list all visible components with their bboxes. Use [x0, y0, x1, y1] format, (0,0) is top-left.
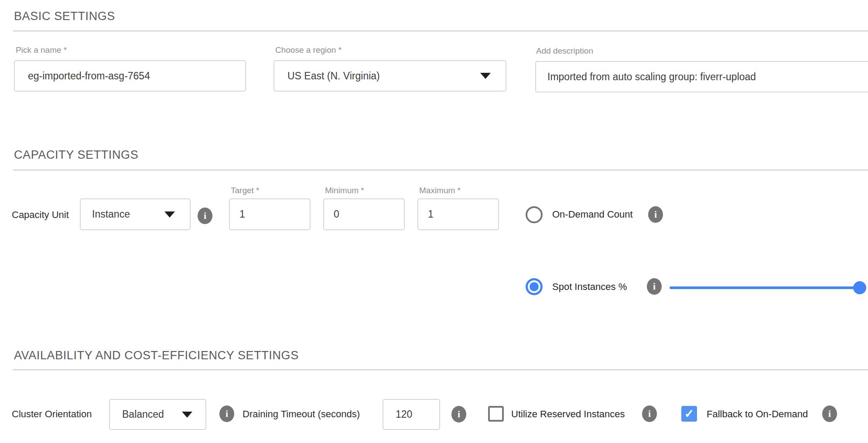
chevron-down-icon	[182, 412, 192, 418]
cluster-orientation-label: Cluster Orientation	[12, 409, 92, 420]
fallback-to-on-demand-checkbox[interactable]: ✓	[681, 406, 697, 422]
cluster-orientation-select-value: Balanced	[122, 409, 164, 420]
capacity-unit-select-value: Instance	[92, 208, 130, 220]
capacity-unit-select[interactable]: Instance	[80, 198, 191, 230]
basic-settings-divider	[13, 31, 868, 31]
pick-a-name-label: Pick a name *	[16, 45, 67, 55]
on-demand-count-label: On-Demand Count	[552, 209, 633, 220]
minimum-input[interactable]	[323, 198, 405, 230]
utilize-reserved-instances-info-icon[interactable]: i	[642, 406, 657, 422]
spot-instances-radio[interactable]	[526, 278, 543, 295]
draining-timeout-label: Draining Timeout (seconds)	[243, 409, 360, 420]
utilize-reserved-instances-checkbox[interactable]	[488, 406, 504, 422]
region-select[interactable]: US East (N. Virginia)	[273, 60, 506, 92]
capacity-settings-divider	[13, 170, 868, 170]
capacity-settings-title: CAPACITY SETTINGS	[14, 148, 138, 162]
target-label: Target *	[231, 186, 259, 195]
minimum-label: Minimum *	[325, 186, 364, 195]
basic-settings-title: BASIC SETTINGS	[14, 10, 115, 23]
fallback-to-on-demand-label: Fallback to On-Demand	[707, 409, 808, 420]
chevron-down-icon	[480, 73, 491, 79]
capacity-unit-label: Capacity Unit	[12, 209, 69, 221]
capacity-unit-info-icon[interactable]: i	[198, 208, 212, 224]
on-demand-count-radio[interactable]	[526, 206, 543, 223]
utilize-reserved-instances-label: Utilize Reserved Instances	[511, 409, 625, 420]
description-input[interactable]	[535, 61, 868, 92]
availability-settings-divider	[13, 369, 868, 370]
cluster-orientation-select[interactable]: Balanced	[109, 399, 206, 430]
spot-instances-info-icon[interactable]: i	[647, 278, 662, 295]
add-description-label: Add description	[536, 46, 593, 56]
draining-timeout-input[interactable]	[383, 399, 440, 430]
maximum-label: Maximum *	[419, 186, 461, 195]
draining-timeout-info-icon[interactable]: i	[451, 406, 466, 423]
maximum-input[interactable]	[417, 198, 499, 230]
region-select-value: US East (N. Virginia)	[287, 70, 380, 82]
target-input[interactable]	[229, 198, 311, 230]
on-demand-count-info-icon[interactable]: i	[648, 206, 663, 223]
pick-a-name-input[interactable]	[14, 60, 246, 92]
spot-percentage-slider-thumb[interactable]	[853, 281, 866, 294]
spot-instances-label: Spot Instances %	[552, 281, 627, 293]
availability-settings-title: AVAILABILITY AND COST-EFFICIENCY SETTING…	[14, 349, 299, 362]
spot-percentage-slider-track[interactable]	[670, 286, 860, 289]
check-icon: ✓	[684, 407, 694, 421]
settings-form: BASIC SETTINGS Pick a name * Choose a re…	[0, 0, 868, 443]
chevron-down-icon	[164, 211, 175, 218]
choose-a-region-label: Choose a region *	[275, 45, 342, 55]
fallback-to-on-demand-info-icon[interactable]: i	[822, 406, 837, 422]
cluster-orientation-info-icon[interactable]: i	[219, 406, 234, 422]
